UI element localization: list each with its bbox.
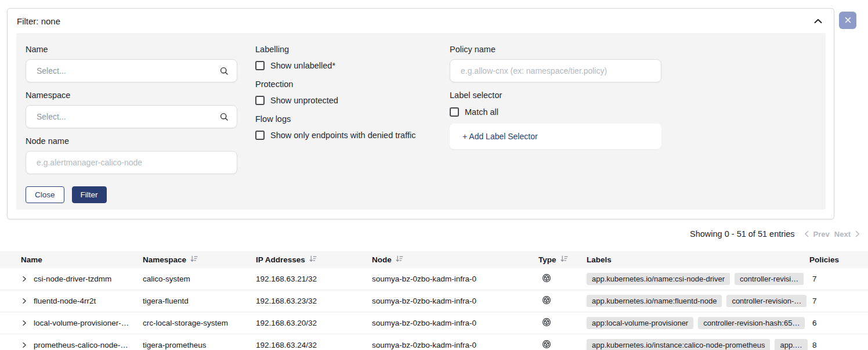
close-icon	[845, 16, 851, 25]
policies-count: 7	[809, 275, 868, 283]
pagination-nav: Prev Next	[804, 230, 860, 239]
next-button[interactable]: Next	[834, 230, 851, 239]
policies-count: 8	[809, 341, 868, 349]
match-all-row: Match all	[450, 107, 661, 117]
policies-count: 7	[809, 297, 868, 305]
endpoint-namespace: tigera-prometheus	[143, 341, 256, 349]
sort-icon[interactable]	[560, 255, 568, 264]
filter-form: Name Select... Namespace Select... Node …	[16, 33, 826, 210]
pod-icon	[542, 317, 551, 329]
page: Filter: none Name Select... Namespace	[0, 0, 868, 350]
node-name-placeholder: e.g.alertmanager-calico-node	[37, 158, 142, 167]
endpoint-ip: 192.168.63.21/32	[256, 275, 372, 283]
endpoint-ip: 192.168.63.24/32	[256, 341, 372, 349]
collapse-panel-button[interactable]	[813, 16, 823, 26]
table-row[interactable]: local-volume-provisioner-… crc-local-sto…	[0, 312, 868, 334]
next-chevron-icon[interactable]	[855, 230, 860, 237]
sort-icon[interactable]	[396, 255, 403, 264]
search-icon	[219, 112, 229, 124]
name-select-placeholder: Select...	[37, 66, 66, 75]
show-unprotected-row: Show unprotected	[255, 96, 453, 105]
pagination-summary: Showing 0 - 51 of 51 entries	[690, 229, 795, 239]
endpoint-namespace: calico-system	[143, 275, 256, 283]
filter-column-right: Policy name e.g.allow-cnx (ex: namespace…	[450, 45, 661, 149]
match-all-checkbox[interactable]	[450, 107, 459, 117]
endpoint-name: prometheus-calico-node-…	[34, 341, 128, 349]
column-header-name[interactable]: Name	[0, 255, 143, 264]
endpoint-node: soumya-bz-0zbo-kadm-infra-0	[372, 275, 538, 283]
dismiss-panel-button[interactable]	[839, 12, 856, 29]
label-chip: app.kubernetes.io/instance:calico-node-p…	[587, 339, 770, 350]
label-selector-heading: Label selector	[450, 91, 661, 100]
endpoint-name: local-volume-provisioner-…	[34, 319, 129, 327]
pagination: Showing 0 - 51 of 51 entries Prev Next	[690, 229, 860, 239]
row-expander-icon[interactable]	[21, 320, 27, 326]
endpoint-name: fluentd-node-4rr2t	[34, 297, 96, 305]
prev-chevron-icon[interactable]	[804, 230, 809, 237]
show-unlabelled-row: Show unlabelled*	[255, 61, 453, 70]
show-unlabelled-label: Show unlabelled*	[270, 61, 335, 70]
protection-heading: Protection	[255, 80, 453, 89]
endpoint-node: soumya-bz-0zbo-kadm-infra-0	[372, 319, 538, 327]
namespace-field-label: Namespace	[26, 91, 237, 100]
table-row[interactable]: csi-node-driver-tzdmm calico-system 192.…	[0, 268, 868, 290]
endpoint-namespace: tigera-fluentd	[143, 297, 256, 305]
pod-icon	[542, 295, 551, 306]
table-row[interactable]: fluentd-node-4rr2t tigera-fluentd 192.16…	[0, 290, 868, 312]
column-header-labels[interactable]: Labels	[582, 255, 809, 264]
name-field-label: Name	[26, 45, 237, 54]
endpoint-ip: 192.168.63.20/32	[256, 319, 372, 327]
prev-button[interactable]: Prev	[813, 230, 830, 239]
table-header-row: Name Namespace IP Addresses Node Type La…	[0, 251, 868, 268]
label-chip: app:local-volume-provisioner	[587, 317, 693, 329]
policies-count: 6	[809, 319, 868, 327]
policy-name-placeholder: e.g.allow-cnx (ex: namespace/tier.policy…	[461, 66, 607, 75]
label-chip: app.kubernetes.io/name:fluentd-node	[587, 295, 722, 307]
policy-name-input[interactable]: e.g.allow-cnx (ex: namespace/tier.policy…	[450, 59, 661, 82]
denied-traffic-row: Show only endpoints with denied traffic	[255, 131, 453, 140]
namespace-select[interactable]: Select...	[26, 105, 237, 128]
filter-title: Filter: none	[17, 16, 60, 26]
endpoints-table: Name Namespace IP Addresses Node Type La…	[0, 251, 868, 350]
show-unprotected-label: Show unprotected	[270, 96, 338, 105]
chevron-up-icon	[814, 17, 822, 26]
filter-panel: Filter: none Name Select... Namespace	[7, 8, 834, 219]
endpoint-node: soumya-bz-0zbo-kadm-infra-0	[372, 297, 538, 305]
sort-icon[interactable]	[190, 255, 198, 264]
column-header-policies[interactable]: Policies	[809, 255, 868, 264]
close-button[interactable]: Close	[26, 186, 64, 203]
filter-actions: Close Filter	[26, 186, 237, 203]
name-select[interactable]: Select...	[26, 59, 237, 82]
show-unprotected-checkbox[interactable]	[255, 96, 265, 105]
denied-traffic-label: Show only endpoints with denied traffic	[270, 131, 415, 140]
filter-button[interactable]: Filter	[72, 186, 107, 203]
row-expander-icon[interactable]	[21, 276, 27, 282]
label-chip: controller-revision-hash:65…	[698, 317, 805, 329]
column-header-type[interactable]: Type	[538, 255, 582, 264]
policy-name-field-label: Policy name	[450, 45, 661, 54]
labelling-heading: Labelling	[255, 45, 453, 54]
denied-traffic-checkbox[interactable]	[255, 131, 265, 140]
sort-icon[interactable]	[309, 255, 317, 264]
label-chip: controller-revisi…	[735, 273, 804, 285]
row-expander-icon[interactable]	[21, 298, 27, 304]
namespace-select-placeholder: Select...	[37, 112, 66, 121]
label-chip: controller-revision-…	[726, 295, 806, 307]
pod-icon	[542, 340, 551, 350]
filter-panel-header: Filter: none	[8, 9, 834, 33]
show-unlabelled-checkbox[interactable]	[255, 61, 265, 70]
flow-logs-heading: Flow logs	[255, 114, 453, 124]
endpoint-name: csi-node-driver-tzdmm	[34, 275, 111, 283]
row-expander-icon[interactable]	[21, 342, 27, 348]
node-name-field-label: Node name	[26, 136, 237, 146]
column-header-node[interactable]: Node	[372, 255, 538, 264]
filter-column-middle: Labelling Show unlabelled* Protection Sh…	[255, 45, 453, 149]
add-label-selector-button[interactable]: + Add Label Selector	[450, 124, 661, 149]
column-header-namespace[interactable]: Namespace	[143, 255, 256, 264]
table-row[interactable]: prometheus-calico-node-… tigera-promethe…	[0, 334, 868, 350]
node-name-input[interactable]: e.g.alertmanager-calico-node	[26, 151, 237, 174]
endpoint-ip: 192.168.63.23/32	[256, 297, 372, 305]
endpoint-node: soumya-bz-0zbo-kadm-infra-0	[372, 341, 538, 349]
column-header-ip-addresses[interactable]: IP Addresses	[256, 255, 372, 264]
endpoint-namespace: crc-local-storage-system	[143, 319, 256, 327]
